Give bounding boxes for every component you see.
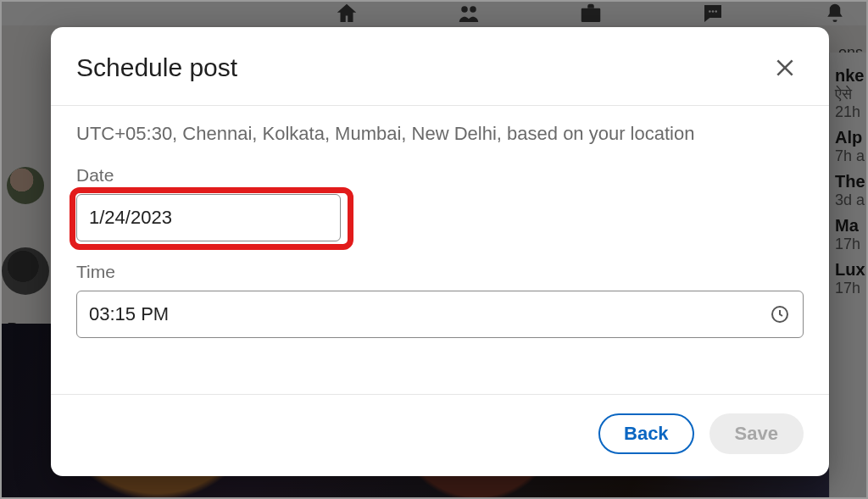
date-field-wrap: 1/24/2023	[76, 194, 356, 241]
date-label: Date	[76, 165, 804, 186]
modal-body: UTC+05:30, Chennai, Kolkata, Mumbai, New…	[51, 106, 829, 394]
schedule-post-modal: Schedule post UTC+05:30, Chennai, Kolkat…	[51, 27, 829, 476]
modal-header: Schedule post	[51, 27, 829, 106]
close-button[interactable]	[766, 49, 804, 86]
close-icon	[774, 57, 796, 79]
modal-footer: Back Save	[51, 394, 829, 476]
time-label: Time	[76, 262, 804, 282]
modal-title: Schedule post	[76, 53, 237, 82]
back-button[interactable]: Back	[598, 413, 694, 454]
time-input[interactable]: 03:15 PM	[76, 291, 804, 338]
date-input[interactable]: 1/24/2023	[76, 194, 341, 241]
time-field-wrap: 03:15 PM	[76, 291, 804, 338]
timezone-text: UTC+05:30, Chennai, Kolkata, Mumbai, New…	[76, 123, 804, 145]
save-button[interactable]: Save	[709, 413, 804, 454]
